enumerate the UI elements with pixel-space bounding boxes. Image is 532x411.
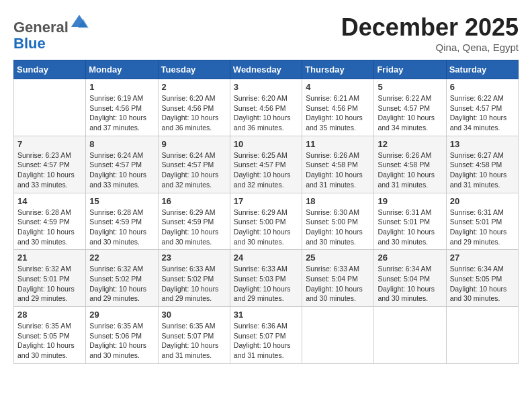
- calendar-cell: 12Sunrise: 6:26 AM Sunset: 4:58 PM Dayli…: [374, 136, 446, 193]
- day-info: Sunrise: 6:34 AM Sunset: 5:05 PM Dayligh…: [450, 264, 515, 304]
- day-info: Sunrise: 6:21 AM Sunset: 4:56 PM Dayligh…: [306, 93, 370, 133]
- calendar-cell: 23Sunrise: 6:33 AM Sunset: 5:02 PM Dayli…: [158, 250, 230, 307]
- day-number: 3: [234, 82, 298, 92]
- day-number: 5: [378, 82, 442, 92]
- day-info: Sunrise: 6:24 AM Sunset: 4:57 PM Dayligh…: [89, 150, 154, 190]
- calendar-table: SundayMondayTuesdayWednesdayThursdayFrid…: [13, 60, 519, 364]
- day-number: 31: [234, 310, 298, 320]
- calendar-week-row: 21Sunrise: 6:32 AM Sunset: 5:01 PM Dayli…: [14, 250, 519, 307]
- calendar-cell: 21Sunrise: 6:32 AM Sunset: 5:01 PM Dayli…: [14, 250, 86, 307]
- day-info: Sunrise: 6:35 AM Sunset: 5:06 PM Dayligh…: [89, 321, 154, 361]
- day-info: Sunrise: 6:26 AM Sunset: 4:58 PM Dayligh…: [378, 150, 442, 190]
- day-number: 20: [450, 196, 515, 206]
- day-info: Sunrise: 6:31 AM Sunset: 5:01 PM Dayligh…: [450, 208, 515, 247]
- calendar-cell: 4Sunrise: 6:21 AM Sunset: 4:56 PM Daylig…: [302, 79, 374, 136]
- title-block: December 2025 Qina, Qena, Egypt: [341, 13, 519, 53]
- day-info: Sunrise: 6:28 AM Sunset: 4:59 PM Dayligh…: [17, 208, 82, 247]
- weekday-header: Tuesday: [158, 60, 230, 79]
- calendar-week-row: 28Sunrise: 6:35 AM Sunset: 5:05 PM Dayli…: [14, 307, 519, 364]
- calendar-week-row: 7Sunrise: 6:23 AM Sunset: 4:57 PM Daylig…: [14, 136, 519, 193]
- weekday-header: Friday: [374, 60, 446, 79]
- day-number: 18: [306, 196, 370, 206]
- logo: General Blue: [13, 13, 89, 52]
- day-info: Sunrise: 6:19 AM Sunset: 4:56 PM Dayligh…: [89, 93, 154, 133]
- day-number: 24: [234, 253, 298, 263]
- calendar-cell: [14, 79, 86, 136]
- day-number: 30: [162, 310, 226, 320]
- day-number: 1: [89, 82, 154, 92]
- calendar-cell: 30Sunrise: 6:35 AM Sunset: 5:07 PM Dayli…: [158, 307, 230, 364]
- day-info: Sunrise: 6:20 AM Sunset: 4:56 PM Dayligh…: [234, 93, 298, 133]
- day-number: 17: [234, 196, 298, 206]
- calendar-week-row: 14Sunrise: 6:28 AM Sunset: 4:59 PM Dayli…: [14, 193, 519, 250]
- calendar-cell: 15Sunrise: 6:28 AM Sunset: 4:59 PM Dayli…: [86, 193, 158, 250]
- calendar-cell: 17Sunrise: 6:29 AM Sunset: 5:00 PM Dayli…: [230, 193, 302, 250]
- calendar-cell: [446, 307, 518, 364]
- day-number: 4: [306, 82, 370, 92]
- day-info: Sunrise: 6:29 AM Sunset: 5:00 PM Dayligh…: [234, 208, 298, 247]
- day-number: 9: [162, 139, 226, 149]
- day-info: Sunrise: 6:27 AM Sunset: 4:58 PM Dayligh…: [450, 150, 515, 190]
- day-number: 21: [17, 253, 82, 263]
- day-number: 29: [89, 310, 154, 320]
- day-info: Sunrise: 6:31 AM Sunset: 5:01 PM Dayligh…: [378, 208, 442, 247]
- day-number: 16: [162, 196, 226, 206]
- day-info: Sunrise: 6:22 AM Sunset: 4:57 PM Dayligh…: [450, 93, 515, 133]
- calendar-cell: 24Sunrise: 6:33 AM Sunset: 5:03 PM Dayli…: [230, 250, 302, 307]
- calendar-cell: 10Sunrise: 6:25 AM Sunset: 4:57 PM Dayli…: [230, 136, 302, 193]
- calendar-cell: [302, 307, 374, 364]
- calendar-cell: 18Sunrise: 6:30 AM Sunset: 5:00 PM Dayli…: [302, 193, 374, 250]
- weekday-header: Monday: [86, 60, 158, 79]
- day-number: 13: [450, 139, 515, 149]
- day-info: Sunrise: 6:35 AM Sunset: 5:07 PM Dayligh…: [162, 321, 226, 361]
- day-number: 22: [89, 253, 154, 263]
- day-info: Sunrise: 6:33 AM Sunset: 5:03 PM Dayligh…: [234, 264, 298, 304]
- day-info: Sunrise: 6:32 AM Sunset: 5:01 PM Dayligh…: [17, 264, 82, 304]
- logo-general: General: [13, 19, 69, 36]
- weekday-header: Sunday: [14, 60, 86, 79]
- calendar-cell: 13Sunrise: 6:27 AM Sunset: 4:58 PM Dayli…: [446, 136, 518, 193]
- weekday-header: Wednesday: [230, 60, 302, 79]
- day-number: 2: [162, 82, 226, 92]
- day-info: Sunrise: 6:26 AM Sunset: 4:58 PM Dayligh…: [306, 150, 370, 190]
- calendar-cell: 3Sunrise: 6:20 AM Sunset: 4:56 PM Daylig…: [230, 79, 302, 136]
- day-number: 6: [450, 82, 515, 92]
- calendar-cell: 22Sunrise: 6:32 AM Sunset: 5:02 PM Dayli…: [86, 250, 158, 307]
- day-number: 10: [234, 139, 298, 149]
- day-info: Sunrise: 6:33 AM Sunset: 5:02 PM Dayligh…: [162, 264, 226, 304]
- day-number: 27: [450, 253, 515, 263]
- day-number: 25: [306, 253, 370, 263]
- day-number: 19: [378, 196, 442, 206]
- month-title: December 2025: [341, 13, 519, 42]
- day-info: Sunrise: 6:29 AM Sunset: 4:59 PM Dayligh…: [162, 208, 226, 247]
- calendar-cell: 27Sunrise: 6:34 AM Sunset: 5:05 PM Dayli…: [446, 250, 518, 307]
- calendar-cell: [374, 307, 446, 364]
- calendar-cell: 19Sunrise: 6:31 AM Sunset: 5:01 PM Dayli…: [374, 193, 446, 250]
- day-info: Sunrise: 6:34 AM Sunset: 5:04 PM Dayligh…: [378, 264, 442, 304]
- logo-icon: [70, 13, 89, 32]
- calendar-cell: 20Sunrise: 6:31 AM Sunset: 5:01 PM Dayli…: [446, 193, 518, 250]
- calendar-cell: 9Sunrise: 6:24 AM Sunset: 4:57 PM Daylig…: [158, 136, 230, 193]
- day-info: Sunrise: 6:35 AM Sunset: 5:05 PM Dayligh…: [17, 321, 82, 361]
- calendar-cell: 29Sunrise: 6:35 AM Sunset: 5:06 PM Dayli…: [86, 307, 158, 364]
- weekday-header: Thursday: [302, 60, 374, 79]
- day-info: Sunrise: 6:20 AM Sunset: 4:56 PM Dayligh…: [162, 93, 226, 133]
- day-number: 23: [162, 253, 226, 263]
- day-info: Sunrise: 6:32 AM Sunset: 5:02 PM Dayligh…: [89, 264, 154, 304]
- calendar-cell: 31Sunrise: 6:36 AM Sunset: 5:07 PM Dayli…: [230, 307, 302, 364]
- page-header: General Blue December 2025 Qina, Qena, E…: [13, 13, 519, 53]
- day-number: 15: [89, 196, 154, 206]
- calendar-cell: 16Sunrise: 6:29 AM Sunset: 4:59 PM Dayli…: [158, 193, 230, 250]
- day-info: Sunrise: 6:30 AM Sunset: 5:00 PM Dayligh…: [306, 208, 370, 247]
- calendar-cell: 7Sunrise: 6:23 AM Sunset: 4:57 PM Daylig…: [14, 136, 86, 193]
- calendar-cell: 14Sunrise: 6:28 AM Sunset: 4:59 PM Dayli…: [14, 193, 86, 250]
- calendar-cell: 8Sunrise: 6:24 AM Sunset: 4:57 PM Daylig…: [86, 136, 158, 193]
- calendar-header-row: SundayMondayTuesdayWednesdayThursdayFrid…: [14, 60, 519, 79]
- day-number: 14: [17, 196, 82, 206]
- calendar-cell: 5Sunrise: 6:22 AM Sunset: 4:57 PM Daylig…: [374, 79, 446, 136]
- day-info: Sunrise: 6:22 AM Sunset: 4:57 PM Dayligh…: [378, 93, 442, 133]
- weekday-header: Saturday: [446, 60, 518, 79]
- day-info: Sunrise: 6:36 AM Sunset: 5:07 PM Dayligh…: [234, 321, 298, 361]
- day-info: Sunrise: 6:28 AM Sunset: 4:59 PM Dayligh…: [89, 208, 154, 247]
- calendar-cell: 1Sunrise: 6:19 AM Sunset: 4:56 PM Daylig…: [86, 79, 158, 136]
